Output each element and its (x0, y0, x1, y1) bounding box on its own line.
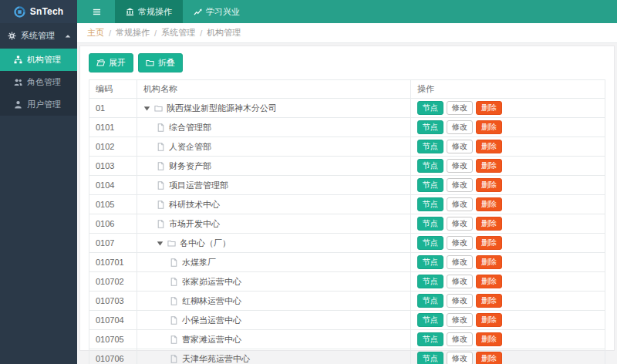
node-button[interactable]: 节点 (417, 197, 443, 211)
edit-button[interactable]: 修改 (447, 294, 473, 308)
table-row[interactable]: 01 陕西煤业新型能源神木分公司 节点 修改 删除 (89, 99, 605, 118)
delete-button[interactable]: 删除 (476, 120, 502, 134)
delete-button[interactable]: 删除 (476, 294, 502, 308)
node-button[interactable]: 节点 (417, 294, 443, 308)
user-icon (14, 100, 22, 109)
expand-button[interactable]: 展开 (89, 53, 133, 72)
node-button[interactable]: 节点 (417, 178, 443, 192)
edit-button[interactable]: 修改 (447, 352, 473, 364)
table-row[interactable]: 0105 科研技术中心 节点 修改 删除 (89, 195, 605, 214)
table-row[interactable]: 0107 各中心（厂） 节点 修改 删除 (89, 234, 605, 253)
delete-button[interactable]: 删除 (476, 159, 502, 173)
row-actions: 节点 修改 删除 (417, 140, 598, 153)
edit-button[interactable]: 修改 (447, 197, 473, 211)
org-name-cell: 科研技术中心 (143, 199, 404, 211)
table-row[interactable]: 0106 市场开发中心 节点 修改 删除 (89, 214, 605, 234)
delete-button[interactable]: 删除 (476, 275, 502, 288)
edit-button[interactable]: 修改 (447, 120, 473, 134)
edit-button[interactable]: 修改 (447, 236, 473, 250)
node-button[interactable]: 节点 (417, 101, 443, 115)
navbar-tab[interactable]: 学习兴业 (183, 0, 251, 23)
edit-button[interactable]: 修改 (447, 101, 473, 115)
org-code-cell: 010705 (89, 330, 137, 349)
delete-button[interactable]: 删除 (476, 217, 502, 231)
org-code-cell: 0103 (89, 157, 137, 176)
node-button[interactable]: 节点 (417, 236, 443, 250)
sidebar-item-sitemap[interactable]: 机构管理 (0, 49, 77, 71)
delete-button[interactable]: 删除 (476, 255, 502, 269)
org-code-cell: 0104 (89, 176, 137, 195)
row-actions: 节点 修改 删除 (417, 217, 598, 231)
edit-button[interactable]: 修改 (447, 140, 473, 153)
cogs-icon (8, 32, 16, 40)
node-type-icon (157, 181, 165, 190)
delete-button[interactable]: 删除 (476, 178, 502, 192)
sidebar-group-system-management[interactable]: 系统管理 (0, 23, 77, 49)
row-actions: 节点 修改 删除 (417, 101, 598, 115)
node-button[interactable]: 节点 (417, 275, 443, 288)
edit-button[interactable]: 修改 (447, 332, 473, 346)
org-name-cell: 曹家滩运营中心 (143, 334, 404, 345)
breadcrumb-item[interactable]: 系统管理 (161, 27, 195, 39)
table-row[interactable]: 010701 水煤浆厂 节点 修改 删除 (89, 253, 605, 272)
sidebar-toggle-button[interactable] (77, 0, 115, 23)
delete-button[interactable]: 删除 (476, 101, 502, 115)
sidebar: SnTech 系统管理 机构管理 角色管理 用户管理 (0, 0, 77, 364)
tree-caret-icon[interactable] (143, 105, 150, 112)
table-row[interactable]: 010706 天津华苑运营中心 节点 修改 删除 (89, 349, 605, 364)
node-button[interactable]: 节点 (417, 352, 443, 364)
delete-button[interactable]: 删除 (476, 236, 502, 250)
node-button[interactable]: 节点 (417, 332, 443, 346)
table-row[interactable]: 0101 综合管理部 节点 修改 删除 (89, 118, 605, 137)
table-body: 01 陕西煤业新型能源神木分公司 节点 修改 删除 0101 综合管理部 (89, 99, 605, 364)
column-header-org-name: 机构名称 (137, 80, 411, 99)
table-row[interactable]: 010704 小保当运营中心 节点 修改 删除 (89, 311, 605, 330)
table-row[interactable]: 010703 红柳林运营中心 节点 修改 删除 (89, 292, 605, 311)
collapse-button[interactable]: 折叠 (138, 53, 183, 72)
sidebar-submenu: 机构管理 角色管理 用户管理 (0, 49, 77, 116)
delete-button[interactable]: 删除 (476, 332, 502, 346)
node-button[interactable]: 节点 (417, 217, 443, 231)
node-button[interactable]: 节点 (417, 159, 443, 173)
org-name-cell: 各中心（厂） (143, 238, 404, 249)
node-type-icon (170, 297, 178, 305)
delete-button[interactable]: 删除 (476, 313, 502, 327)
org-name-text: 水煤浆厂 (182, 257, 216, 268)
edit-button[interactable]: 修改 (447, 178, 473, 192)
table-row[interactable]: 010702 张家峁运营中心 节点 修改 删除 (89, 272, 605, 292)
breadcrumb-item[interactable]: 常规操作 (116, 27, 150, 39)
org-code-cell: 010704 (89, 311, 137, 330)
org-name-cell: 市场开发中心 (143, 218, 404, 230)
sidebar-item-user[interactable]: 用户管理 (0, 93, 77, 116)
tree-caret-icon[interactable] (157, 240, 164, 247)
table-row[interactable]: 0102 人资企管部 节点 修改 删除 (89, 137, 605, 157)
table-row[interactable]: 0104 项目运营管理部 节点 修改 删除 (89, 176, 605, 195)
delete-button[interactable]: 删除 (476, 197, 502, 211)
users-icon (14, 78, 22, 86)
node-type-icon (157, 201, 165, 209)
delete-button[interactable]: 删除 (476, 140, 502, 153)
node-button[interactable]: 节点 (417, 140, 443, 153)
node-button[interactable]: 节点 (417, 120, 443, 134)
org-name-cell: 人资企管部 (143, 141, 404, 153)
sidebar-item-users[interactable]: 角色管理 (0, 71, 77, 93)
node-button[interactable]: 节点 (417, 313, 443, 327)
folder-icon (146, 59, 154, 67)
brand-name: SnTech (30, 6, 64, 17)
edit-button[interactable]: 修改 (447, 159, 473, 173)
table-row[interactable]: 010705 曹家滩运营中心 节点 修改 删除 (89, 330, 605, 349)
breadcrumb-item[interactable]: 主页 (87, 27, 104, 39)
table-row[interactable]: 0103 财务资产部 节点 修改 删除 (89, 157, 605, 176)
org-name-text: 人资企管部 (169, 141, 211, 153)
edit-button[interactable]: 修改 (447, 255, 473, 269)
edit-button[interactable]: 修改 (447, 275, 473, 288)
breadcrumb-separator: / (154, 29, 157, 38)
column-header-code: 编码 (89, 80, 137, 99)
navbar-tab[interactable]: 常规操作 (115, 0, 183, 23)
delete-button[interactable]: 删除 (476, 352, 502, 364)
node-button[interactable]: 节点 (417, 255, 443, 269)
edit-button[interactable]: 修改 (447, 313, 473, 327)
brand-logo[interactable]: SnTech (0, 0, 77, 23)
org-name-text: 项目运营管理部 (169, 180, 228, 191)
edit-button[interactable]: 修改 (447, 217, 473, 231)
